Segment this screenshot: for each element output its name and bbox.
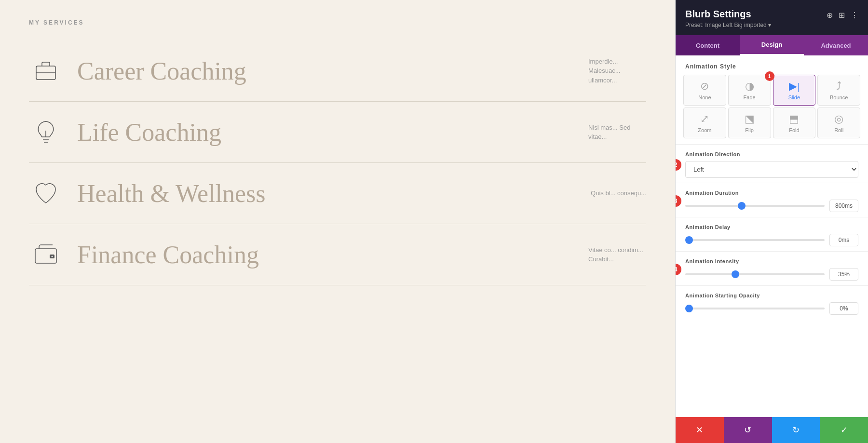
divider4 [676,251,868,252]
more-icon[interactable]: ⋮ [851,11,858,20]
anim-fold[interactable]: ⬒ Fold [773,107,816,138]
svg-point-7 [52,256,53,257]
bounce-icon: ⤴ [836,80,841,93]
divider1 [676,144,868,145]
list-item: Finance Coaching Vitae co... condim... C… [29,224,646,285]
animation-intensity-group: 4 Animation Intensity [676,254,868,285]
anim-roll[interactable]: ◎ Roll [817,107,860,138]
columns-icon[interactable]: ⊞ [839,11,845,20]
animation-duration-value[interactable] [829,200,858,212]
panel-header: Blurb Settings Preset: Image Left Big im… [676,0,868,35]
anim-zoom[interactable]: ⤢ Zoom [683,107,726,138]
zoom-label: Zoom [698,127,711,133]
animation-delay-slider[interactable] [685,239,825,241]
step3-badge: 3 [676,195,681,207]
panel-preset[interactable]: Preset: Image Left Big imported ▾ [685,22,771,28]
animation-duration-slider[interactable] [685,205,825,207]
animation-direction-label: Animation Direction [685,151,858,157]
list-item: Health & Wellness Quis bl... consequ... [29,163,646,224]
fold-icon: ⬒ [789,113,799,125]
animation-intensity-label: Animation Intensity [685,258,858,264]
cancel-button[interactable]: ✕ [676,417,724,443]
briefcase-svg [31,56,60,85]
animation-intensity-row [685,268,858,281]
fade-label: Fade [744,94,756,100]
animation-duration-label: Animation Duration [685,190,858,196]
tab-design[interactable]: Design [740,35,804,55]
panel-header-row: Blurb Settings Preset: Image Left Big im… [685,9,858,28]
anim-slide[interactable]: ▶| Slide [773,75,816,106]
slide-label: Slide [788,94,800,100]
animation-opacity-group: Animation Starting Opacity [676,288,868,320]
none-label: None [698,94,711,100]
career-text: Imperdie... Malesuac... ullamcor... [588,57,646,85]
animation-opacity-value[interactable] [829,302,858,315]
animation-style-grid: ⊘ None 1 ◑ Fade ▶| Slide ⤴ Bounce ⤢ [676,75,868,144]
health-title: Health & Wellness [77,179,576,208]
animation-direction-group: 2 Animation Direction Top Bottom Left Ri… [676,147,868,183]
animation-intensity-slider[interactable] [685,273,825,275]
career-icon [29,54,63,88]
step1-badge: 1 [765,71,774,81]
life-text: Nisl mas... Sed vitae... [588,123,646,142]
roll-label: Roll [834,127,843,133]
divider2 [676,183,868,183]
divider5 [676,285,868,286]
lightbulb-svg [31,118,60,147]
list-item: Life Coaching Nisl mas... Sed vitae... [29,102,646,163]
settings-panel: Blurb Settings Preset: Image Left Big im… [675,0,868,443]
save-button[interactable]: ✓ [820,417,868,443]
animation-duration-group: 3 Animation Duration [676,185,868,217]
anim-none[interactable]: ⊘ None [683,75,726,106]
flip-label: Flip [745,127,754,133]
career-title: Career Coaching [77,57,574,85]
heart-svg [31,179,60,208]
animation-intensity-value[interactable] [829,268,858,281]
service-list: Career Coaching Imperdie... Malesuac... … [29,40,646,285]
finance-title: Finance Coaching [77,241,574,269]
animation-delay-row [685,234,858,246]
animation-opacity-row [685,302,858,315]
life-title: Life Coaching [77,118,574,147]
divider3 [676,217,868,217]
animation-opacity-label: Animation Starting Opacity [685,293,858,298]
fade-icon: ◑ [745,80,754,93]
flip-icon: ⬔ [745,113,755,125]
animation-delay-label: Animation Delay [685,224,858,230]
step4-badge: 4 [676,264,681,275]
slide-icon: ▶| [789,80,799,93]
focus-icon[interactable]: ⊕ [827,11,833,20]
animation-opacity-slider[interactable] [685,308,825,309]
panel-title: Blurb Settings [685,9,771,20]
list-item: Career Coaching Imperdie... Malesuac... … [29,40,646,102]
redo-button[interactable]: ↻ [772,417,820,443]
panel-tabs: Content Design Advanced [676,35,868,55]
roll-icon: ◎ [834,113,843,125]
panel-body: Animation Style ⊘ None 1 ◑ Fade ▶| Slide… [676,55,868,417]
zoom-icon: ⤢ [700,113,709,125]
anim-flip[interactable]: ⬔ Flip [728,107,771,138]
section-label: MY SERVICES [29,19,646,26]
animation-duration-row [685,200,858,212]
none-icon: ⊘ [700,80,709,93]
panel-header-icons: ⊕ ⊞ ⋮ [827,11,858,20]
panel-footer: ✕ ↺ ↻ ✓ [676,417,868,443]
main-content: MY SERVICES Career Coaching Imperdie... … [0,0,675,443]
tab-advanced[interactable]: Advanced [804,35,868,55]
health-icon [29,176,63,210]
bounce-label: Bounce [830,94,848,100]
finance-icon [29,238,63,271]
finance-text: Vitae co... condim... Curabit... [588,245,646,264]
animation-direction-select[interactable]: Top Bottom Left Right Center [685,161,858,178]
panel-header-left: Blurb Settings Preset: Image Left Big im… [685,9,771,28]
fold-label: Fold [789,127,799,133]
tab-content[interactable]: Content [676,35,740,55]
step2-badge: 2 [676,159,681,171]
undo-button[interactable]: ↺ [724,417,772,443]
health-text: Quis bl... consequ... [591,188,646,198]
wallet-svg [31,240,60,269]
anim-bounce[interactable]: ⤴ Bounce [817,75,860,106]
anim-fade[interactable]: 1 ◑ Fade [728,75,771,106]
life-icon [29,115,63,149]
animation-delay-value[interactable] [829,234,858,246]
